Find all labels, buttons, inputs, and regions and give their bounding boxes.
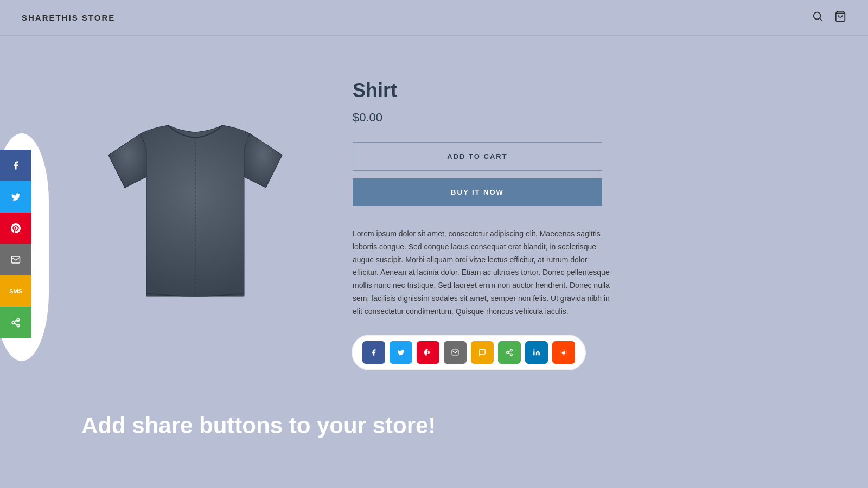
svg-line-6 (14, 323, 17, 325)
svg-point-10 (510, 354, 513, 356)
share-sharethis-button[interactable] (498, 341, 521, 364)
bottom-banner: Add share buttons to your store! (0, 391, 868, 460)
svg-point-9 (507, 351, 509, 354)
cart-icon[interactable] (834, 10, 846, 25)
share-sms-button[interactable] (471, 341, 494, 364)
search-icon[interactable] (812, 10, 824, 25)
svg-line-11 (508, 352, 510, 354)
side-twitter-button[interactable] (0, 181, 31, 213)
side-pinterest-button[interactable] (0, 213, 31, 244)
product-title: Shirt (353, 79, 825, 102)
product-price: $0.00 (353, 111, 825, 125)
svg-line-12 (508, 350, 510, 351)
svg-line-1 (820, 18, 822, 21)
svg-line-7 (14, 320, 17, 322)
site-logo: SHARETHIS STORE (22, 13, 115, 22)
side-share-panel: SMS (0, 150, 31, 338)
main-content: Shirt $0.00 ADD TO CART BUY IT NOW Lorem… (0, 36, 868, 391)
product-image-container (81, 68, 309, 329)
svg-point-0 (814, 12, 821, 19)
buy-now-button[interactable]: BUY IT NOW (353, 178, 602, 206)
add-to-cart-button[interactable]: ADD TO CART (353, 142, 602, 171)
share-facebook-button[interactable] (362, 341, 385, 364)
share-pinterest-button[interactable] (417, 341, 439, 364)
share-linkedin-button[interactable] (525, 341, 548, 364)
svg-point-5 (17, 324, 20, 327)
svg-point-4 (12, 322, 15, 324)
header-icons (812, 10, 846, 25)
side-facebook-button[interactable] (0, 150, 31, 181)
side-email-button[interactable] (0, 244, 31, 275)
svg-point-8 (510, 349, 513, 351)
share-reddit-button[interactable] (552, 341, 575, 364)
product-description: Lorem ipsum dolor sit amet, consectetur … (353, 228, 613, 318)
header: SHARETHIS STORE (0, 0, 868, 35)
product-details: Shirt $0.00 ADD TO CART BUY IT NOW Lorem… (353, 68, 825, 369)
side-share-button[interactable] (0, 307, 31, 338)
side-sms-button[interactable]: SMS (0, 275, 31, 307)
svg-point-3 (17, 319, 20, 322)
share-twitter-button[interactable] (390, 341, 412, 364)
share-buttons-row (353, 336, 585, 369)
product-image (92, 68, 298, 329)
share-email-button[interactable] (444, 341, 467, 364)
banner-text: Add share buttons to your store! (81, 413, 825, 439)
svg-point-13 (533, 349, 534, 350)
